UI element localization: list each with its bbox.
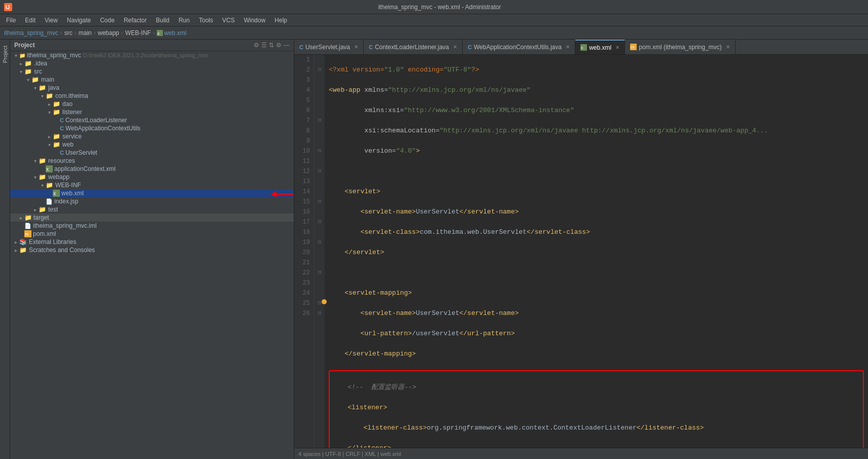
breadcrumb-module[interactable]: itheima_spring_mvc	[4, 29, 58, 37]
tree-item-indexjsp[interactable]: 📄 index.jsp	[10, 197, 294, 205]
project-header: Project ⚙ ☰ ⇅ ⚙ —	[10, 40, 294, 51]
fold-icon[interactable]: ⊟	[318, 298, 321, 308]
project-tab-strip: Project	[0, 40, 10, 459]
tab-userservlet[interactable]: C UserServlet.java ✕	[294, 40, 364, 55]
tree-item-webxml[interactable]: x web.xml	[10, 189, 294, 197]
code-line-16: <!-- 配置监听器-->	[332, 382, 861, 393]
code-line-4: xsi:schemaLocation="http://xmlns.jcp.org…	[329, 126, 864, 136]
breadcrumb-webapp[interactable]: webapp	[98, 29, 119, 37]
tree-item-external-libraries[interactable]: 📚 External Libraries	[10, 238, 294, 246]
tree-item-webapp[interactable]: 📁 webapp	[10, 173, 294, 181]
menu-window[interactable]: Window	[240, 16, 270, 25]
arrow-dao[interactable]	[46, 101, 53, 107]
arrow-resources[interactable]	[31, 158, 39, 164]
arrow-listener[interactable]	[46, 110, 53, 115]
project-vertical-tab[interactable]: Project	[1, 42, 10, 67]
fold-icon[interactable]: ⊟	[318, 116, 321, 126]
tree-item-target[interactable]: 📁 target	[10, 214, 294, 222]
tab-close-pomxml[interactable]: ✕	[726, 44, 730, 50]
arrow-webinf[interactable]	[39, 183, 46, 188]
menu-run[interactable]: Run	[175, 16, 194, 25]
menu-view[interactable]: View	[41, 16, 62, 25]
fold-icon[interactable]: ⊟	[318, 237, 321, 248]
filter-icon[interactable]: ⇅	[269, 42, 274, 49]
code-editor[interactable]: 1 2 3 4 5 6 7 8 9 10 11 12 13 14 15 16 1…	[294, 55, 868, 448]
menu-help[interactable]: Help	[270, 16, 291, 25]
menubar: File Edit View Navigate Code Refactor Bu…	[0, 14, 868, 26]
fold-icon[interactable]: ⊟	[318, 166, 321, 176]
arrow-extlibs[interactable]	[12, 239, 19, 245]
tree-item-iml[interactable]: 📄 itheima_spring_mvc.iml	[10, 222, 294, 230]
tree-item-listener[interactable]: 📁 listener	[10, 108, 294, 116]
settings-icon[interactable]: ⚙	[276, 42, 282, 49]
menu-code[interactable]: Code	[96, 16, 119, 25]
menu-build[interactable]: Build	[152, 16, 173, 25]
tree-item-src[interactable]: 📁 src	[10, 67, 294, 76]
arrow-webapp[interactable]	[31, 174, 39, 180]
tree-label: java	[48, 84, 59, 91]
tree-item-idea[interactable]: 📁 .idea	[10, 59, 294, 67]
project-tree[interactable]: Project ⚙ ☰ ⇅ ⚙ — 📁 itheima_spring_mvc D…	[10, 40, 294, 459]
tree-item-main[interactable]: 📁 main	[10, 76, 294, 84]
code-line-12: <servlet-mapping>	[329, 288, 864, 298]
code-content[interactable]: <?xml version="1.0" encoding="UTF-8"?> <…	[325, 55, 868, 448]
fold-icon[interactable]: ⊟	[318, 197, 321, 207]
fold-icon[interactable]: ⊟	[318, 308, 321, 319]
tree-item-comitheima[interactable]: 📁 com.itheima	[10, 92, 294, 100]
gear-icon[interactable]: ⚙	[254, 42, 259, 49]
list-icon[interactable]: ☰	[261, 42, 267, 49]
tab-close-webapputils[interactable]: ✕	[566, 44, 570, 50]
tab-contextloader[interactable]: C ContextLoaderListener.java ✕	[364, 40, 463, 55]
fold-icon[interactable]: ⊟	[318, 65, 321, 75]
code-line-5: version="4.0">	[329, 146, 864, 156]
tree-item-web[interactable]: 📁 web	[10, 140, 294, 149]
code-line-2: <web-app xmlns="http://xmlns.jcp.org/xml…	[329, 85, 864, 95]
tab-webxml[interactable]: x web.xml ✕	[575, 40, 625, 55]
tree-item-scratches[interactable]: 📁 Scratches and Consoles	[10, 246, 294, 254]
tree-item-contextloader[interactable]: C ContextLoaderListener	[10, 116, 294, 124]
breadcrumb-webxml[interactable]: xweb.xml	[157, 29, 186, 37]
arrow-main[interactable]	[24, 77, 31, 83]
menu-vcs[interactable]: VCS	[218, 16, 239, 25]
breadcrumb-webinf[interactable]: WEB-INF	[125, 29, 151, 37]
breadcrumb-main[interactable]: main	[79, 29, 92, 37]
main-layout: Project Project ⚙ ☰ ⇅ ⚙ — 📁 itheima_spri…	[0, 40, 868, 459]
tab-webapputils[interactable]: C WebApplicationContextUtils.java ✕	[463, 40, 575, 55]
tree-item-appcontext[interactable]: x applicationContext.xml	[10, 165, 294, 173]
close-panel-icon[interactable]: —	[284, 42, 290, 49]
tree-item-service[interactable]: 📁 service	[10, 132, 294, 140]
tree-item-pom[interactable]: m pom.xml	[10, 230, 294, 238]
arrow-src[interactable]	[17, 69, 24, 75]
menu-edit[interactable]: Edit	[21, 16, 40, 25]
tree-item-java[interactable]: 📁 java	[10, 84, 294, 92]
tab-close-webxml[interactable]: ✕	[615, 45, 619, 50]
breadcrumb-src[interactable]: src	[64, 29, 73, 37]
arrow-idea[interactable]	[17, 61, 24, 66]
tree-item-itheima[interactable]: 📁 itheima_spring_mvc D:\IntelliJ IDEA 20…	[10, 51, 294, 59]
tree-item-webappctxutils[interactable]: C WebApplicationContextUtils	[10, 124, 294, 132]
menu-tools[interactable]: Tools	[195, 16, 217, 25]
fold-icon[interactable]: ⊟	[318, 268, 321, 278]
arrow-itheima[interactable]	[12, 53, 19, 58]
tree-item-test[interactable]: 📁 test	[10, 205, 294, 214]
tree-item-dao[interactable]: 📁 dao	[10, 100, 294, 108]
arrow-target[interactable]	[17, 215, 24, 221]
tab-close-userservlet[interactable]: ✕	[354, 44, 358, 50]
menu-file[interactable]: File	[2, 16, 20, 25]
fold-icon[interactable]: ⊟	[318, 217, 321, 227]
arrow-comitheima[interactable]	[39, 93, 46, 99]
tree-item-resources[interactable]: 📁 resources	[10, 157, 294, 165]
menu-navigate[interactable]: Navigate	[63, 16, 95, 25]
tab-close-contextloader[interactable]: ✕	[453, 44, 457, 50]
tree-item-webinf[interactable]: 📁 WEB-INF	[10, 181, 294, 189]
arrow-service[interactable]	[46, 134, 53, 139]
arrow-web[interactable]	[46, 142, 53, 148]
menu-refactor[interactable]: Refactor	[120, 16, 151, 25]
fold-icon[interactable]: ⊟	[318, 146, 321, 156]
tree-item-userservlet[interactable]: C UserServlet	[10, 149, 294, 157]
arrow-scratches[interactable]	[12, 248, 19, 253]
arrow-test[interactable]	[31, 207, 39, 213]
arrow-java[interactable]	[31, 85, 39, 91]
tree-label: target	[33, 214, 49, 221]
tab-pomxml[interactable]: m pom.xml (itheima_spring_mvc) ✕	[625, 40, 735, 55]
